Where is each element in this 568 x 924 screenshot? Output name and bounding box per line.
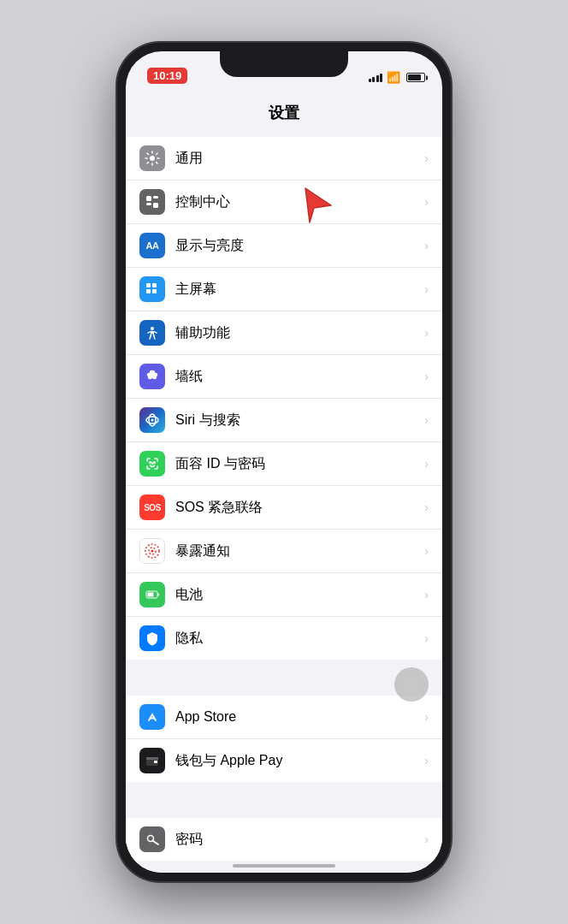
exposure-label: 暴露通知 [175,542,421,560]
svg-rect-19 [148,593,154,597]
siri-icon [139,407,165,433]
general-chevron: › [424,151,429,165]
control-center-chevron: › [424,195,429,209]
settings-group-2: App Store › 钱包与 Apple Pay › [126,696,442,782]
svg-rect-23 [154,761,157,763]
face-id-label: 面容 ID 与密码 [175,455,421,473]
settings-item-exposure[interactable]: 暴露通知 › [126,530,442,573]
wallpaper-chevron: › [424,370,429,383]
settings-item-privacy[interactable]: 隐私 › [126,617,442,660]
display-label: 显示与亮度 [175,237,421,255]
wallpaper-label: 墙纸 [175,368,421,386]
accessibility-chevron: › [424,326,429,340]
passwords-icon [139,826,165,852]
assistive-touch-button[interactable] [394,667,429,702]
page-title: 设置 [126,89,442,132]
battery-chevron: › [424,588,429,601]
appstore-label: App Store [175,709,421,725]
svg-point-13 [150,462,151,464]
siri-chevron: › [424,413,429,427]
face-id-chevron: › [424,457,429,471]
settings-item-battery[interactable]: 电池 › [126,573,442,617]
exposure-icon [139,538,165,564]
svg-point-17 [151,550,154,553]
svg-rect-8 [152,289,157,293]
settings-item-sos[interactable]: SOS SOS 紧急联络 › [126,486,442,530]
svg-rect-5 [146,283,151,287]
settings-item-siri[interactable]: Siri 与搜索 › [126,399,442,442]
privacy-chevron: › [424,631,429,645]
settings-item-wallet[interactable]: 钱包与 Apple Pay › [126,739,442,782]
home-screen-label: 主屏幕 [175,281,421,299]
display-icon: AA [139,233,165,258]
settings-item-passwords[interactable]: 密码 › [126,818,442,861]
accessibility-label: 辅助功能 [175,324,421,342]
accessibility-icon [139,320,165,346]
control-center-icon [139,189,165,215]
svg-rect-22 [146,757,158,760]
home-indicator [233,864,335,868]
svg-rect-7 [146,289,151,293]
battery-icon [406,73,425,82]
passwords-chevron: › [424,832,429,846]
signal-icon [369,74,383,82]
siri-label: Siri 与搜索 [175,412,421,429]
display-chevron: › [424,239,429,252]
status-icons: 📶 [369,71,426,84]
general-icon [139,145,165,171]
appstore-chevron: › [424,710,429,724]
face-id-icon [139,451,165,477]
phone-frame: 10:19 📶 设置 [117,43,451,881]
sos-label: SOS 紧急联络 [175,499,421,517]
svg-rect-4 [153,203,158,208]
sos-icon: SOS [139,495,165,520]
svg-point-9 [151,327,154,330]
control-center-label: 控制中心 [175,193,421,211]
settings-item-home-screen[interactable]: 主屏幕 › [126,268,442,311]
settings-content: 设置 通用 › [126,89,442,873]
svg-rect-3 [146,203,151,205]
wallet-label: 钱包与 Apple Pay [175,752,421,770]
passwords-label: 密码 [175,831,421,849]
svg-rect-1 [146,196,151,201]
battery-label: 电池 [175,586,421,604]
separator-2 [126,787,442,813]
wallpaper-icon [139,364,165,389]
svg-rect-20 [157,594,159,596]
settings-item-appstore[interactable]: App Store › [126,696,442,739]
settings-item-accessibility[interactable]: 辅助功能 › [126,311,442,355]
settings-item-face-id[interactable]: 面容 ID 与密码 › [126,442,442,486]
wifi-icon: 📶 [387,71,400,84]
phone-screen: 10:19 📶 设置 [126,51,442,873]
svg-point-12 [151,419,154,422]
battery-settings-icon [139,582,165,607]
svg-point-14 [154,462,156,464]
wallet-icon [139,748,165,773]
svg-rect-6 [152,283,157,287]
settings-group-3: 密码 › [126,818,442,861]
exposure-chevron: › [424,544,429,558]
notch [220,51,348,77]
status-time: 10:19 [147,68,187,84]
sos-chevron: › [424,500,429,514]
settings-item-wallpaper[interactable]: 墙纸 › [126,355,442,399]
privacy-label: 隐私 [175,630,421,648]
home-screen-icon [139,276,165,302]
settings-item-display[interactable]: AA 显示与亮度 › [126,224,442,268]
settings-item-general[interactable]: 通用 › [126,137,442,181]
settings-group-1: 通用 › 控制中心 › [126,137,442,660]
settings-item-control-center[interactable]: 控制中心 › [126,181,442,224]
svg-point-0 [150,156,155,161]
wallet-chevron: › [424,754,429,767]
home-screen-chevron: › [424,282,429,296]
svg-rect-2 [153,196,158,198]
general-label: 通用 [175,150,421,168]
appstore-icon [139,704,165,730]
privacy-icon [139,625,165,651]
